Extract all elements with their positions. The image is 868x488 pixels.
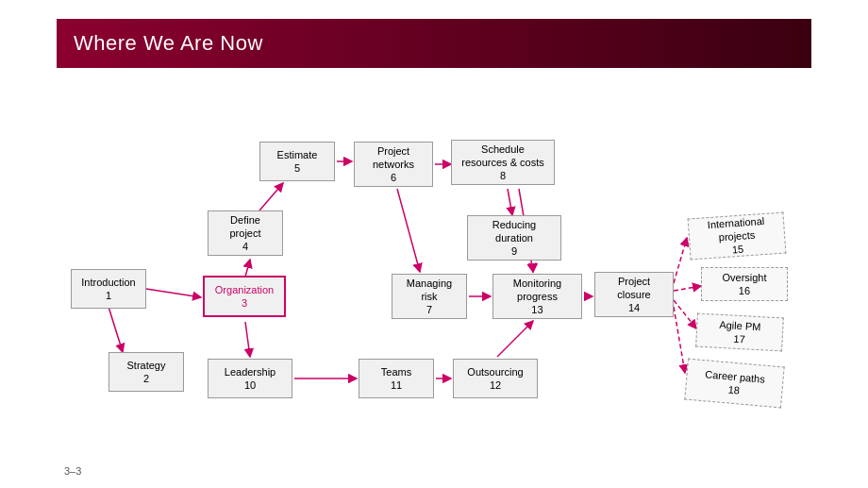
svg-line-4 — [245, 260, 250, 277]
node-pnetworks: Projectnetworks6 — [354, 142, 433, 187]
svg-line-21 — [674, 307, 685, 373]
node-agile: Agile PM17 — [695, 313, 784, 352]
svg-line-2 — [146, 289, 201, 297]
arrows-layer — [57, 85, 811, 460]
node-oversight: Oversight16 — [701, 267, 788, 301]
node-outsourcing: Outsourcing12 — [453, 359, 538, 398]
node-monitoring: Monitoringprogress13 — [492, 274, 582, 319]
header-banner: Where We Are Now — [57, 19, 811, 68]
svg-line-5 — [245, 322, 250, 357]
svg-line-20 — [674, 300, 696, 328]
node-intro: Introduction1 — [71, 269, 146, 309]
node-intl: Internationalprojects15 — [688, 211, 787, 260]
node-closure: Projectclosure14 — [594, 272, 674, 317]
node-managing: Managingrisk7 — [392, 274, 467, 319]
node-sched: Scheduleresources & costs8 — [451, 140, 555, 185]
node-define: Defineproject4 — [208, 210, 283, 256]
node-leadership: Leadership10 — [208, 359, 292, 398]
slide-content: Introduction1 Strategy2 Organization3 De… — [57, 85, 811, 460]
svg-line-10 — [397, 189, 420, 272]
node-career: Career paths18 — [684, 359, 784, 409]
node-org: Organization3 — [203, 276, 286, 317]
node-strategy: Strategy2 — [108, 352, 184, 392]
svg-line-18 — [674, 238, 687, 283]
node-estimate: Estimate5 — [259, 142, 335, 181]
node-teams: Teams11 — [359, 359, 434, 398]
svg-line-16 — [497, 321, 533, 357]
svg-line-19 — [674, 286, 701, 291]
svg-line-9 — [508, 189, 512, 215]
header-title: Where We Are Now — [74, 31, 263, 56]
slide-number: 3–3 — [64, 465, 81, 477]
svg-line-3 — [108, 307, 123, 352]
node-reducing: Reducingduration9 — [467, 215, 561, 261]
svg-line-6 — [259, 183, 283, 210]
